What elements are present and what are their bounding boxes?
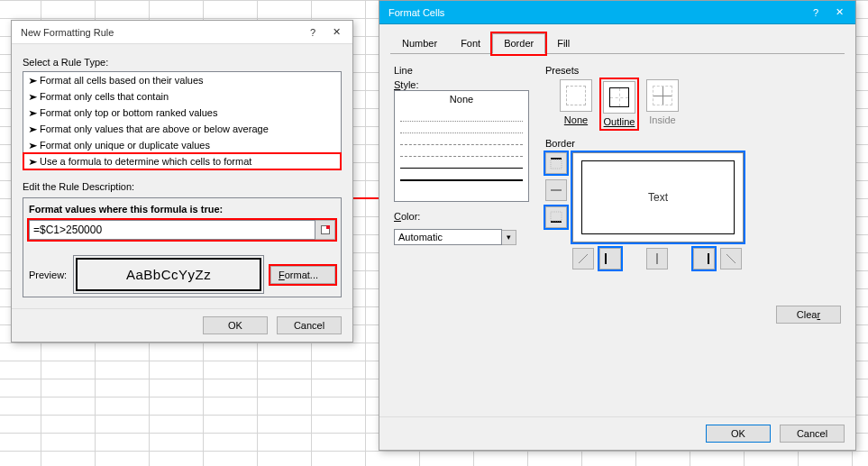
border-preview[interactable]: Text [572, 152, 744, 242]
range-selector-icon [321, 225, 330, 234]
border-top-button[interactable] [545, 152, 567, 174]
clear-button[interactable]: Clear [776, 306, 841, 324]
range-selector-button[interactable] [315, 220, 335, 240]
svg-rect-6 [551, 212, 562, 221]
formula-input[interactable] [29, 220, 315, 240]
dialog-titlebar[interactable]: New Formatting Rule ? ✕ [12, 21, 352, 44]
tab-fill[interactable]: Fill [545, 33, 581, 54]
preview-label: Preview: [29, 270, 67, 280]
dialog-title: Format Cells [388, 7, 444, 18]
line-style-option[interactable] [400, 122, 523, 133]
help-icon[interactable]: ? [306, 26, 320, 38]
border-middle-v-button[interactable] [646, 248, 668, 270]
tab-border[interactable]: Border [492, 33, 545, 54]
tab-number[interactable]: Number [390, 33, 449, 54]
rule-type-item[interactable]: ➤Format only values that are above or be… [23, 121, 341, 137]
tab-font[interactable]: Font [449, 33, 492, 54]
preset-none[interactable]: None [560, 79, 592, 129]
rule-type-item[interactable]: ➤Format all cells based on their values [23, 72, 341, 88]
chevron-down-icon[interactable]: ▾ [502, 230, 516, 245]
svg-rect-4 [551, 189, 562, 191]
preset-inside[interactable]: Inside [646, 79, 679, 129]
edit-rule-description-label: Edit the Rule Description: [23, 181, 342, 192]
format-cells-dialog: Format Cells ? ✕ Number Font Border Fill… [379, 0, 856, 451]
color-label: Color: [394, 211, 529, 222]
new-formatting-rule-dialog: New Formatting Rule ? ✕ Select a Rule Ty… [11, 20, 353, 343]
border-bottom-button[interactable] [545, 206, 567, 228]
help-icon[interactable]: ? [809, 6, 823, 18]
format-button[interactable]: Format... [270, 266, 335, 284]
svg-line-11 [726, 254, 736, 263]
preset-outline[interactable]: Outline [601, 79, 637, 129]
line-style-option[interactable] [400, 110, 523, 122]
line-style-option[interactable] [400, 133, 523, 145]
ok-button[interactable]: OK [706, 425, 771, 443]
border-middle-h-button[interactable] [545, 179, 567, 201]
line-group-label: Line [394, 65, 529, 76]
close-icon[interactable]: ✕ [329, 26, 343, 38]
formula-label: Format values where this formula is true… [29, 204, 335, 215]
svg-rect-8 [605, 253, 607, 264]
format-preview: AaBbCcYyZz [76, 258, 261, 291]
formula-input-row [29, 220, 335, 240]
cancel-button[interactable]: Cancel [780, 425, 845, 443]
border-diag-up-button[interactable] [572, 248, 594, 270]
ok-button[interactable]: OK [203, 316, 268, 334]
line-style-none[interactable]: None [395, 91, 528, 110]
line-style-option[interactable] [400, 145, 523, 157]
tab-strip: Number Font Border Fill [390, 33, 845, 54]
line-panel: Line Style: None Color: Automatic ▾ [394, 63, 529, 324]
presets-group-label: Presets [545, 65, 841, 76]
rule-type-item[interactable]: ➤Format only top or bottom ranked values [23, 105, 341, 121]
rule-type-item[interactable]: ➤Format only cells that contain [23, 88, 341, 105]
svg-line-7 [579, 254, 588, 263]
color-value: Automatic [398, 232, 443, 242]
svg-rect-3 [551, 160, 562, 169]
line-style-option[interactable] [400, 169, 523, 181]
rule-type-item-selected[interactable]: ➤Use a formula to determine which cells … [23, 153, 341, 169]
border-left-button[interactable] [599, 248, 621, 270]
svg-rect-10 [708, 253, 709, 264]
select-rule-type-label: Select a Rule Type: [23, 57, 342, 68]
line-style-option[interactable] [400, 157, 523, 169]
formula-group: Format values where this formula is true… [23, 197, 342, 297]
border-group-label: Border [545, 138, 841, 149]
close-icon[interactable]: ✕ [832, 6, 846, 18]
color-dropdown[interactable]: Automatic [394, 229, 502, 245]
dialog-title: New Formatting Rule [21, 27, 114, 38]
border-preview-text: Text [581, 160, 735, 234]
dialog-titlebar[interactable]: Format Cells ? ✕ [379, 1, 855, 24]
style-label: Style: [394, 79, 529, 90]
rule-type-item[interactable]: ➤Format only unique or duplicate values [23, 137, 341, 153]
svg-rect-9 [656, 253, 658, 264]
rule-type-list[interactable]: ➤Format all cells based on their values … [23, 71, 342, 170]
border-right-button[interactable] [693, 248, 715, 270]
border-diag-down-button[interactable] [720, 248, 742, 270]
cancel-button[interactable]: Cancel [277, 316, 342, 334]
line-style-list[interactable]: None [394, 90, 529, 202]
